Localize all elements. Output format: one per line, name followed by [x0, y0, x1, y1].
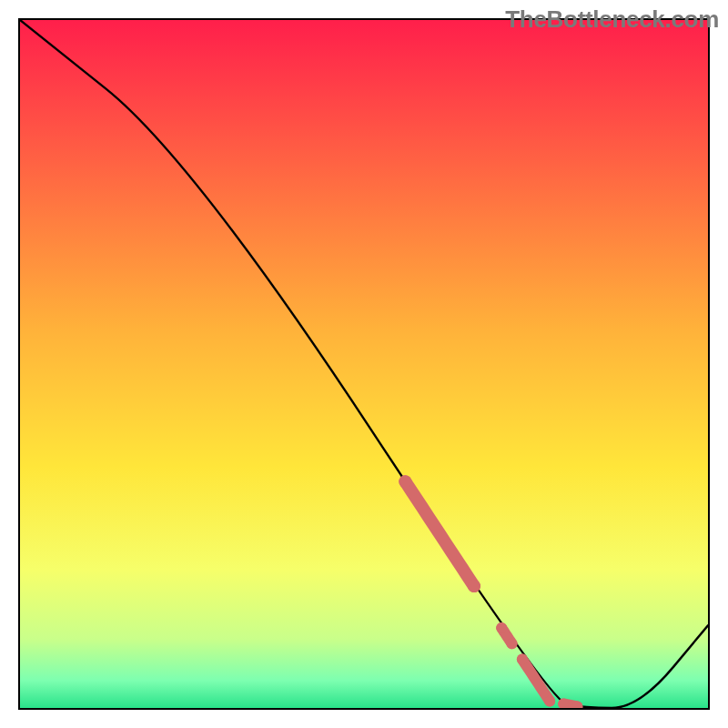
- chart-svg: [20, 20, 708, 708]
- chart-frame: TheBottleneck.com: [0, 0, 728, 728]
- highlight-dot: [399, 475, 411, 488]
- plot-area: [18, 18, 710, 710]
- highlight-dot: [544, 695, 555, 706]
- highlight-dot: [507, 638, 518, 649]
- highlight-dot: [517, 653, 528, 664]
- watermark-text: TheBottleneck.com: [505, 5, 719, 34]
- highlight-segment: [405, 481, 474, 586]
- highlight-segment: [522, 659, 550, 701]
- highlight-dot: [496, 622, 507, 633]
- highlight-dot: [468, 580, 480, 592]
- bottleneck-curve: [20, 20, 708, 708]
